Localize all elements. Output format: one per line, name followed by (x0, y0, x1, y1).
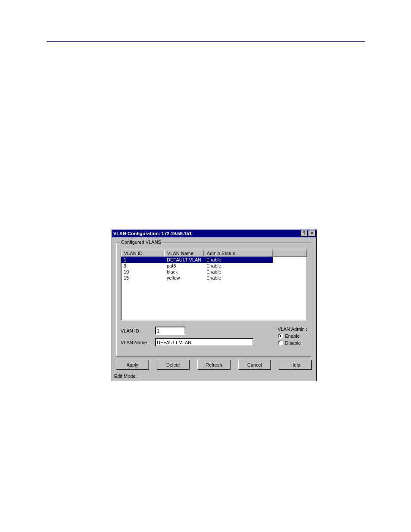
window-title: VLAN Configuration: 172.19.59.151 (113, 231, 300, 236)
cell-vlan-id: 3 (121, 263, 164, 269)
listview-body: 1 DEFAULT VLAN Enable 3 pat3 Enable 10 b… (121, 257, 307, 281)
radio-disable-label: Disable (285, 340, 301, 345)
refresh-button[interactable]: Refresh (197, 360, 230, 370)
cell-admin-status: Enable (204, 263, 273, 269)
status-bar: Edit Mode. (112, 372, 316, 381)
table-row[interactable]: 3 pat3 Enable (121, 263, 307, 269)
apply-button[interactable]: Apply (116, 360, 149, 370)
vlan-admin-label: VLAN Admin : (278, 327, 307, 332)
vlan-name-label: VLAN Name : (121, 340, 155, 345)
cell-vlan-name: pat3 (164, 263, 204, 269)
radio-enable[interactable] (278, 333, 283, 339)
listview-header: VLAN ID VLAN Name Admin Status (121, 249, 307, 257)
vlan-admin-radio-group: VLAN Admin : Enable Disable (278, 327, 307, 350)
cell-admin-status: Enable (204, 257, 273, 263)
vlan-name-input[interactable] (155, 338, 253, 346)
titlebar: VLAN Configuration: 172.19.59.151 ? × (112, 230, 316, 237)
column-header-filler (273, 249, 307, 257)
form-left: VLAN ID : VLAN Name : (121, 327, 268, 350)
page-divider (47, 41, 365, 42)
radio-disable[interactable] (278, 340, 283, 345)
table-row[interactable]: 10 black Enable (121, 269, 307, 275)
table-row[interactable]: 15 yellow Enable (121, 275, 307, 281)
vlan-config-dialog: VLAN Configuration: 172.19.59.151 ? × Co… (111, 229, 317, 381)
configured-vlans-group: Configured VLANS VLAN ID VLAN Name Admin… (116, 243, 312, 357)
cell-vlan-name: black (164, 269, 204, 275)
delete-button[interactable]: Delete (157, 360, 190, 370)
cell-vlan-name: DEFAULT VLAN (164, 257, 204, 263)
cell-admin-status: Enable (204, 269, 273, 275)
cell-vlan-id: 15 (121, 275, 164, 281)
cancel-button[interactable]: Cancel (238, 360, 271, 370)
table-row[interactable]: 1 DEFAULT VLAN Enable (121, 257, 307, 263)
radio-enable-label: Enable (285, 333, 300, 339)
column-header-admin-status[interactable]: Admin Status (204, 249, 273, 257)
close-icon[interactable]: × (308, 230, 315, 236)
vlan-listview[interactable]: VLAN ID VLAN Name Admin Status 1 DEFAULT… (121, 249, 307, 320)
client-area: Configured VLANS VLAN ID VLAN Name Admin… (112, 237, 316, 360)
vlan-id-input[interactable] (155, 327, 185, 335)
button-row: Apply Delete Refresh Cancel Help (112, 360, 316, 372)
form-area: VLAN ID : VLAN Name : VLAN Admin : Enabl… (121, 327, 307, 350)
column-header-vlan-id[interactable]: VLAN ID (121, 249, 164, 257)
cell-admin-status: Enable (204, 275, 273, 281)
groupbox-label: Configured VLANS (120, 240, 162, 245)
help-icon[interactable]: ? (301, 230, 308, 236)
cell-vlan-id: 1 (121, 257, 164, 263)
column-header-vlan-name[interactable]: VLAN Name (164, 249, 204, 257)
help-button[interactable]: Help (279, 360, 312, 370)
cell-vlan-name: yellow (164, 275, 204, 281)
cell-vlan-id: 10 (121, 269, 164, 275)
vlan-id-label: VLAN ID : (121, 328, 155, 333)
